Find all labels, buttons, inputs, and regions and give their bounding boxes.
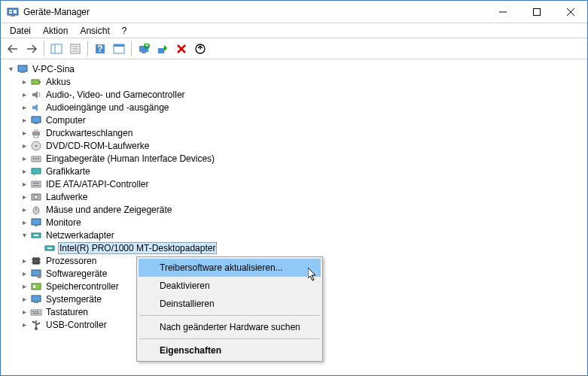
svg-point-39	[35, 158, 37, 159]
tree-item-network[interactable]: ▾Netzwerkadapter	[19, 229, 587, 241]
chevron-right-icon[interactable]: ▸	[19, 192, 29, 202]
svg-rect-3	[14, 10, 17, 14]
tree-label: Tastaturen	[44, 306, 90, 318]
chevron-right-icon[interactable]: ▸	[19, 89, 29, 100]
chevron-right-icon[interactable]: ▸	[19, 205, 29, 215]
tree-label: Audio-, Video- und Gamecontroller	[44, 89, 187, 101]
svg-rect-75	[38, 323, 40, 324]
svg-rect-1	[9, 10, 12, 11]
network-adapter-icon	[44, 242, 56, 254]
svg-rect-29	[39, 81, 41, 83]
svg-rect-32	[32, 132, 40, 135]
svg-rect-4	[11, 15, 15, 17]
chevron-right-icon[interactable]: ▸	[19, 115, 29, 126]
tree-item-hid[interactable]: ▸Eingabegeräte (Human Interface Devices)	[19, 152, 587, 165]
menu-action[interactable]: Aktion	[37, 24, 74, 38]
forward-button[interactable]	[23, 40, 41, 58]
svg-rect-2	[9, 12, 12, 14]
tree-root[interactable]: ▾ V-PC-Sina	[5, 62, 587, 75]
context-item-scan[interactable]: Nach geänderter Hardware suchen	[139, 318, 321, 336]
tree-label: Prozessoren	[44, 255, 98, 267]
svg-rect-68	[32, 311, 34, 312]
system-icon	[30, 293, 42, 305]
cpu-icon	[30, 255, 42, 267]
chevron-right-icon[interactable]: ▸	[19, 102, 29, 113]
properties-button[interactable]	[66, 40, 84, 58]
tree-item-display[interactable]: ▸Grafikkarte	[19, 165, 587, 177]
uninstall-button[interactable]	[172, 40, 190, 58]
tree-label: Akkus	[44, 76, 72, 88]
svg-rect-22	[158, 48, 164, 53]
minimize-button[interactable]	[486, 1, 519, 23]
tree-label: Netzwerkadapter	[44, 229, 116, 241]
disc-icon	[30, 140, 42, 152]
svg-rect-27	[20, 71, 25, 73]
svg-rect-20	[142, 52, 146, 53]
audio-io-icon	[30, 102, 42, 114]
context-separator	[139, 315, 320, 316]
tree-item-dvd[interactable]: ▸DVD/CD-ROM-Laufwerke	[19, 139, 587, 152]
chevron-right-icon[interactable]: ▸	[19, 153, 29, 164]
chevron-right-icon[interactable]: ▸	[19, 141, 29, 151]
chevron-right-icon[interactable]: ▸	[19, 268, 29, 279]
tree-item-audio[interactable]: ▸Audio-, Video- und Gamecontroller	[19, 88, 587, 101]
chevron-right-icon[interactable]: ▸	[19, 128, 29, 138]
disable-button[interactable]	[191, 40, 209, 58]
svg-rect-34	[34, 135, 38, 138]
chevron-right-icon[interactable]: ▸	[19, 166, 29, 177]
context-item-uninstall[interactable]: Deinstallieren	[139, 295, 321, 313]
context-item-properties[interactable]: Eigenschaften	[139, 341, 321, 359]
svg-rect-30	[32, 117, 41, 123]
close-button[interactable]	[553, 1, 587, 23]
svg-rect-44	[33, 183, 39, 183]
chevron-right-icon[interactable]: ▸	[19, 179, 29, 190]
tree-item-printers[interactable]: ▸Druckwarteschlangen	[19, 126, 587, 139]
toolbar: ?	[1, 38, 587, 59]
tree-label: IDE ATA/ATAPI-Controller	[44, 178, 150, 190]
svg-rect-33	[34, 129, 38, 132]
tree-label: Audioeingänge und -ausgänge	[44, 102, 170, 114]
device-tree-pane[interactable]: ▾ V-PC-Sina ▸Akkus ▸Audio-, Video- und G…	[1, 59, 587, 375]
tree-item-ide[interactable]: ▸IDE ATA/ATAPI-Controller	[19, 177, 587, 190]
show-hide-button[interactable]	[47, 40, 66, 58]
chevron-down-icon[interactable]: ▾	[5, 64, 16, 74]
chevron-right-icon[interactable]: ▸	[19, 217, 29, 228]
svg-point-62	[37, 274, 41, 278]
tree-item-disk[interactable]: ▸Laufwerke	[19, 190, 587, 203]
tree-item-monitor[interactable]: ▸Monitore	[19, 216, 587, 229]
tree-label: Computer	[44, 114, 87, 126]
chevron-down-icon[interactable]: ▾	[19, 230, 29, 241]
svg-rect-50	[32, 219, 41, 225]
svg-rect-6	[533, 8, 540, 15]
chevron-right-icon[interactable]: ▸	[19, 320, 29, 330]
tree-label: Systemgeräte	[44, 293, 103, 305]
context-item-update-driver[interactable]: Treibersoftware aktualisieren...	[139, 259, 321, 277]
tree-item-computer[interactable]: ▸Computer	[19, 114, 587, 126]
tree-item-network-device[interactable]: Intel(R) PRO/1000 MT-Desktopadapter	[32, 241, 587, 254]
window-button[interactable]	[110, 40, 128, 58]
svg-rect-66	[34, 302, 38, 303]
svg-point-74	[32, 320, 35, 323]
help-button[interactable]: ?	[91, 40, 109, 58]
maximize-button[interactable]	[519, 1, 553, 23]
tree-label: V-PC-Sina	[31, 63, 76, 75]
tree-item-mouse[interactable]: ▸Mäuse und andere Zeigegeräte	[19, 203, 587, 216]
svg-rect-55	[47, 247, 52, 249]
menu-view[interactable]: Ansicht	[74, 24, 115, 38]
tree-item-audioio[interactable]: ▸Audioeingänge und -ausgänge	[19, 101, 587, 114]
update-driver-button[interactable]	[154, 40, 172, 58]
svg-rect-42	[33, 174, 35, 175]
chevron-right-icon[interactable]: ▸	[19, 77, 29, 87]
chevron-right-icon[interactable]: ▸	[19, 256, 29, 266]
chevron-right-icon[interactable]: ▸	[19, 307, 29, 317]
chevron-right-icon[interactable]: ▸	[19, 281, 29, 292]
svg-rect-65	[32, 296, 41, 302]
context-item-disable[interactable]: Deaktivieren	[139, 277, 321, 295]
toolbar-separator	[87, 41, 88, 56]
back-button[interactable]	[4, 40, 22, 58]
chevron-right-icon[interactable]: ▸	[19, 294, 29, 305]
scan-hardware-button[interactable]	[135, 40, 153, 58]
menu-help[interactable]: ?	[116, 24, 133, 38]
menu-file[interactable]: Datei	[4, 24, 37, 38]
tree-item-batteries[interactable]: ▸Akkus	[19, 75, 587, 88]
